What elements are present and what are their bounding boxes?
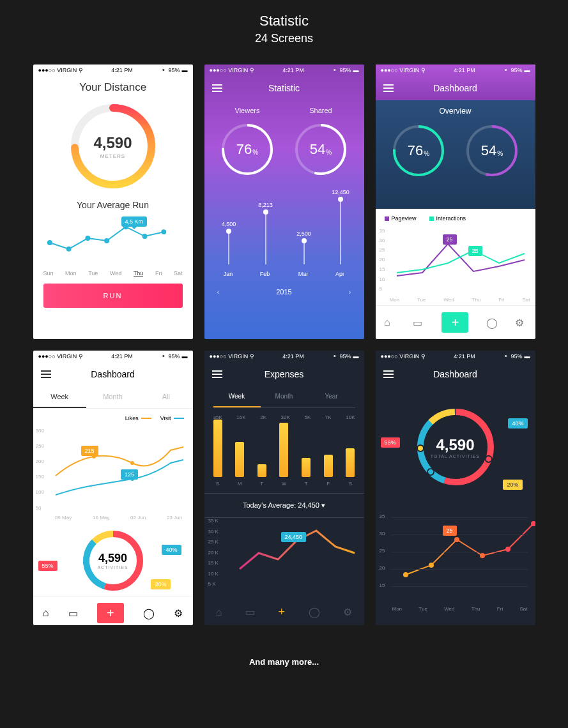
battery-indicator: ⚬ 95% ▬	[161, 67, 187, 73]
user-icon[interactable]: ◯	[486, 317, 498, 328]
donut-value: 4,590	[97, 552, 128, 565]
day-fri[interactable]: Fri	[155, 270, 162, 277]
day-tue[interactable]: Tue	[88, 270, 98, 277]
y-tick: 30	[380, 238, 385, 243]
scale-val: 5K	[304, 414, 311, 420]
wallet-icon[interactable]: ▭	[68, 607, 78, 619]
scale-val: 10K	[346, 414, 355, 420]
nav-bar: Dashboard	[376, 362, 535, 386]
battery-indicator: ⚬ 95% ▬	[161, 353, 187, 360]
donut-seg-label: 20%	[151, 579, 170, 589]
day-mon[interactable]: Mon	[65, 270, 77, 277]
add-button[interactable]: +	[97, 603, 124, 623]
legend-likes: Likes	[125, 415, 151, 421]
bar-day: F	[326, 481, 330, 487]
svg-point-28	[417, 445, 423, 451]
chevron-right-icon[interactable]: ›	[349, 288, 351, 296]
day-wed[interactable]: Wed	[110, 270, 121, 277]
y-tick: 30	[380, 531, 385, 536]
distance-title: Your Distance	[79, 81, 146, 94]
bar-day: S	[216, 481, 219, 487]
donut-seg-label: 20%	[503, 480, 522, 490]
add-button[interactable]: +	[279, 605, 286, 619]
day-thu[interactable]: Thu	[134, 270, 144, 277]
y-tick: 15 K	[208, 560, 219, 566]
tab-all[interactable]: All	[139, 386, 192, 408]
y-tick: 100	[36, 489, 44, 495]
tab-month[interactable]: Month	[261, 386, 308, 407]
screen-statistic: ●●●○○ VIRGIN ⚲ 4:21 PM ⚬ 95% ▬ Statistic…	[204, 64, 364, 339]
scale-val: 16K	[236, 414, 245, 420]
bar-value: 4,500	[222, 221, 236, 227]
user-icon[interactable]: ◯	[309, 606, 320, 618]
nav-bar: Statistic	[204, 76, 364, 100]
x-tick: 23 Jun	[167, 515, 182, 520]
home-icon[interactable]: ⌂	[43, 607, 49, 619]
day-sat[interactable]: Sat	[174, 270, 183, 277]
run-button[interactable]: RUN	[43, 284, 183, 308]
year-label: 2015	[276, 288, 291, 296]
average-row[interactable]: Today's Average: 24,450 ▾	[204, 493, 364, 518]
x-tick: Sat	[519, 606, 527, 612]
average-run-chart: 4,5 Km	[43, 214, 183, 265]
donut-seg-label: 40%	[162, 545, 181, 555]
wallet-icon[interactable]: ▭	[413, 317, 424, 328]
status-bar: ●●●○○ VIRGIN ⚲ 4:21 PM ⚬ 95% ▬	[204, 351, 364, 362]
y-tick: 5	[380, 286, 382, 292]
status-bar: ●●●○○ VIRGIN ⚲ 4:21 PM ⚬ 95% ▬	[376, 64, 535, 76]
home-icon[interactable]: ⌂	[216, 607, 222, 618]
bar	[346, 448, 355, 477]
y-tick: 15	[380, 582, 385, 588]
chart-peak-tooltip: 25	[443, 234, 457, 245]
user-icon[interactable]: ◯	[143, 607, 155, 619]
bar-day: S	[349, 481, 352, 487]
x-tick: Mon	[392, 606, 403, 612]
bar-day: T	[305, 481, 308, 487]
day-sun[interactable]: Sun	[43, 270, 54, 277]
add-button[interactable]: +	[441, 312, 468, 333]
y-tick: 25	[380, 247, 385, 253]
x-tick: 09 May	[55, 515, 72, 520]
home-icon[interactable]: ⌂	[384, 317, 395, 328]
page-subtitle: 24 Screens	[0, 32, 568, 45]
donut-seg-label: 40%	[508, 418, 527, 428]
avg-value: 24,450	[298, 501, 319, 509]
y-tick: 20	[380, 257, 385, 262]
tab-month[interactable]: Month	[86, 386, 139, 408]
status-bar: ●●●○○ VIRGIN ⚲ 4:21 PM ⚬ 95% ▬	[33, 64, 193, 76]
x-tick: Fri	[497, 606, 503, 612]
x-axis: MonTueWedThuFriSat	[376, 297, 535, 305]
chevron-left-icon[interactable]: ‹	[217, 288, 220, 296]
tab-week[interactable]: Week	[33, 386, 86, 408]
expense-line-chart: 35 K 30 K 25 K 20 K 15 K 10 K 5 K 24,450	[204, 518, 364, 588]
svg-point-7	[142, 234, 147, 239]
period-tabs: Week Month All	[33, 386, 193, 409]
gear-icon[interactable]: ⚙	[174, 607, 183, 619]
gear-icon[interactable]: ⚙	[515, 317, 526, 328]
screen-distance: ●●●○○ VIRGIN ⚲ 4:21 PM ⚬ 95% ▬ Your Dist…	[33, 64, 193, 339]
svg-point-8	[161, 229, 166, 234]
chart-legend: Likes Visit	[33, 409, 193, 428]
bar	[257, 464, 266, 477]
nav-bar: Expenses	[204, 362, 364, 386]
chart-tooltip: 4,5 Km	[121, 216, 148, 227]
clock: 4:21 PM	[454, 67, 475, 73]
shared-ring: Shared 54%	[292, 107, 349, 178]
carrier-label: ●●●○○ VIRGIN ⚲	[381, 67, 426, 73]
wallet-icon[interactable]: ▭	[245, 606, 255, 618]
distance-value: 4,590	[93, 134, 132, 152]
average-run-title: Your Average Run	[77, 200, 149, 210]
distance-unit: METERS	[100, 153, 125, 159]
y-tick: 50	[36, 505, 42, 511]
ring-value: 54	[481, 142, 496, 159]
days-axis: Sun Mon Tue Wed Thu Fri Sat	[43, 270, 183, 277]
tab-week[interactable]: Week	[213, 386, 261, 407]
x-tick: Mon	[390, 297, 400, 303]
x-tick: Thu	[472, 297, 481, 303]
tab-year[interactable]: Year	[308, 386, 355, 407]
gear-icon[interactable]: ⚙	[343, 606, 352, 618]
screen-dashboard-dark: ●●●○○ VIRGIN ⚲ 4:21 PM ⚬ 95% ▬ Dashboard…	[376, 351, 535, 625]
footer-text: And many more...	[0, 657, 568, 667]
status-bar: ●●●○○ VIRGIN ⚲ 4:21 PM ⚬ 95% ▬	[204, 64, 364, 76]
status-bar: ●●●○○ VIRGIN ⚲ 4:21 PM ⚬ 95% ▬	[376, 351, 535, 362]
